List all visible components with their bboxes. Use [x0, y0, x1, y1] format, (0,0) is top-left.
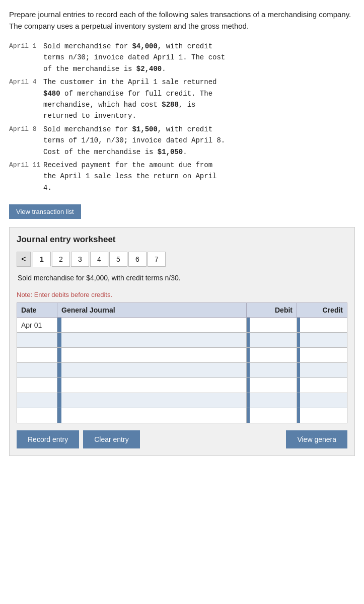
row3-credit-input[interactable]: [297, 348, 347, 362]
row5-debit-cell[interactable]: [247, 378, 297, 393]
row3-credit-cell[interactable]: [297, 348, 347, 363]
transaction-description: Sold merchandise for $4,000, with credit…: [17, 272, 347, 284]
transaction-april1-label: April 1: [9, 41, 43, 74]
row4-date: [17, 363, 57, 378]
worksheet-title: Journal entry worksheet: [17, 235, 347, 245]
tab-2[interactable]: 2: [52, 252, 70, 267]
row6-credit-cell[interactable]: [297, 393, 347, 408]
row6-date: [17, 393, 57, 408]
col-header-date: Date: [17, 303, 57, 318]
tab-6[interactable]: 6: [128, 252, 147, 267]
table-row: Apr 01: [17, 318, 347, 333]
row7-date: [17, 408, 57, 423]
row2-date: [17, 333, 57, 348]
row7-credit-input[interactable]: [297, 408, 347, 423]
row4-credit-input[interactable]: [297, 363, 347, 378]
tab-5[interactable]: 5: [109, 252, 127, 267]
row7-journal-input[interactable]: [57, 408, 246, 423]
transaction-april8-body: Sold merchandise for $1,500, with credit…: [43, 124, 355, 158]
row5-journal-cell[interactable]: [57, 378, 247, 393]
tab-4[interactable]: 4: [90, 252, 108, 267]
journal-table: Date General Journal Debit Credit Apr 01: [17, 303, 347, 423]
row1-credit-input[interactable]: [297, 318, 347, 332]
col-header-credit: Credit: [297, 303, 347, 318]
row1-credit-cell[interactable]: [297, 318, 347, 333]
row1-debit-cell[interactable]: [247, 318, 297, 333]
transaction-april8-label: April 8: [9, 124, 43, 158]
note-text: Note: Enter debits before credits.: [17, 291, 347, 298]
record-entry-button[interactable]: Record entry: [17, 430, 79, 448]
row4-journal-cell[interactable]: [57, 363, 247, 378]
transaction-april11-label: April 11: [9, 160, 43, 193]
tab-prev-button[interactable]: <: [17, 252, 31, 267]
row2-credit-cell[interactable]: [297, 333, 347, 348]
journal-entry-worksheet: Journal entry worksheet < 1 2 3 4 5 6 7 …: [9, 227, 355, 456]
row4-debit-input[interactable]: [247, 363, 297, 378]
transaction-april4-label: April 4: [9, 77, 43, 122]
clear-entry-button[interactable]: Clear entry: [83, 430, 139, 448]
action-buttons: Record entry Clear entry View genera: [17, 430, 347, 448]
table-row: [17, 408, 347, 423]
row2-debit-cell[interactable]: [247, 333, 297, 348]
row3-date: [17, 348, 57, 363]
view-general-button[interactable]: View genera: [286, 430, 347, 448]
transaction-april11-body: Received payment for the amount due from…: [43, 160, 355, 193]
row1-debit-input[interactable]: [247, 318, 297, 332]
view-transaction-list-button[interactable]: View transaction list: [9, 204, 81, 219]
row2-journal-cell[interactable]: [57, 333, 247, 348]
transactions-list: April 1 Sold merchandise for $4,000, wit…: [9, 41, 355, 193]
row5-credit-input[interactable]: [297, 378, 347, 393]
table-row: [17, 378, 347, 393]
transaction-april8: April 8 Sold merchandise for $1,500, wit…: [9, 124, 355, 158]
row3-journal-input[interactable]: [57, 348, 246, 362]
row1-journal-input[interactable]: [57, 318, 246, 332]
tab-1[interactable]: 1: [33, 252, 51, 267]
row6-journal-input[interactable]: [57, 393, 246, 408]
row1-journal-cell[interactable]: [57, 318, 247, 333]
row4-debit-cell[interactable]: [247, 363, 297, 378]
row5-journal-input[interactable]: [57, 378, 246, 393]
tab-7[interactable]: 7: [148, 252, 166, 267]
transaction-april4-body: The customer in the April 1 sale returne…: [43, 77, 355, 122]
row5-debit-input[interactable]: [247, 378, 297, 393]
row3-journal-cell[interactable]: [57, 348, 247, 363]
row4-credit-cell[interactable]: [297, 363, 347, 378]
col-header-debit: Debit: [247, 303, 297, 318]
row6-debit-cell[interactable]: [247, 393, 297, 408]
row7-journal-cell[interactable]: [57, 408, 247, 423]
transaction-april1-body: Sold merchandise for $4,000, with credit…: [43, 41, 355, 74]
intro-text: Prepare journal entries to record each o…: [9, 9, 355, 32]
tab-row: < 1 2 3 4 5 6 7: [17, 252, 347, 267]
row5-credit-cell[interactable]: [297, 378, 347, 393]
row2-credit-input[interactable]: [297, 333, 347, 347]
col-header-journal: General Journal: [57, 303, 247, 318]
row2-debit-input[interactable]: [247, 333, 297, 347]
transaction-april11: April 11 Received payment for the amount…: [9, 160, 355, 193]
table-row: [17, 333, 347, 348]
table-row: [17, 348, 347, 363]
row7-credit-cell[interactable]: [297, 408, 347, 423]
row2-journal-input[interactable]: [57, 333, 246, 347]
row7-debit-cell[interactable]: [247, 408, 297, 423]
row1-date: Apr 01: [17, 318, 57, 333]
row5-date: [17, 378, 57, 393]
row3-debit-input[interactable]: [247, 348, 297, 362]
row6-credit-input[interactable]: [297, 393, 347, 408]
row3-debit-cell[interactable]: [247, 348, 297, 363]
row6-journal-cell[interactable]: [57, 393, 247, 408]
transaction-april1: April 1 Sold merchandise for $4,000, wit…: [9, 41, 355, 74]
row4-journal-input[interactable]: [57, 363, 246, 378]
tab-3[interactable]: 3: [71, 252, 89, 267]
table-row: [17, 393, 347, 408]
row6-debit-input[interactable]: [247, 393, 297, 408]
row7-debit-input[interactable]: [247, 408, 297, 423]
transaction-april4: April 4 The customer in the April 1 sale…: [9, 77, 355, 122]
table-row: [17, 363, 347, 378]
